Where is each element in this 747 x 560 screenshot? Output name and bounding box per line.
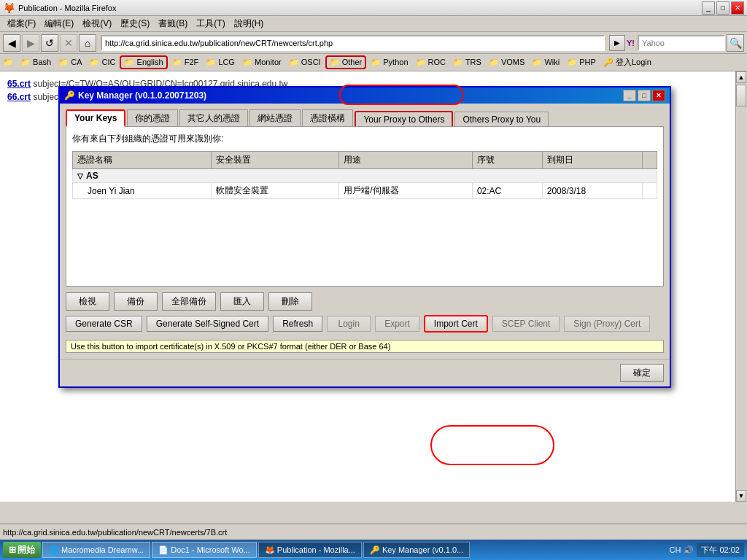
- browser-content: 65.crt subject=/C=TW/O=AS/OU=GRID/CN=lcg…: [0, 71, 747, 502]
- cert-device: 軟體安全裝置: [211, 183, 339, 199]
- bookmark-trs[interactable]: 📁 TRS: [450, 56, 484, 69]
- import-cert-tooltip: Use this button to import certificate(s)…: [66, 340, 664, 353]
- collapse-icon[interactable]: ▽: [77, 172, 83, 180]
- maximize-button[interactable]: □: [716, 1, 729, 15]
- minimize-button[interactable]: _: [702, 1, 715, 15]
- backup-button[interactable]: 備份: [114, 292, 158, 311]
- bottom-buttons: 檢視 備份 全部備份 匯入 刪除 Generate CSR Generate S…: [66, 292, 664, 353]
- bookmark-lcg[interactable]: 📁 LCG: [203, 56, 238, 69]
- col-expiry: 到期日: [542, 152, 642, 169]
- taskbar: ⊞ 開始 🌐 Macromedia Dreamw... 📄 Doc1 - Mic…: [0, 540, 747, 560]
- tab-content: 你有來自下列組織的憑證可用來識別你: 憑證名稱 安全裝置 用途 序號 到期日: [66, 126, 664, 287]
- tab-your-keys[interactable]: Your Keys: [66, 109, 125, 127]
- bookmark-ca[interactable]: 📁 CA: [55, 56, 85, 69]
- menu-bookmarks[interactable]: 書籤(B): [154, 16, 192, 31]
- clock: 下午 02:02: [697, 543, 744, 557]
- word-icon: 📄: [158, 545, 169, 555]
- sign-proxy-cert-button[interactable]: Sign (Proxy) Cert: [564, 316, 650, 332]
- tab-your-proxy-to-others[interactable]: Your Proxy to Others: [355, 111, 453, 127]
- bookmark-voms[interactable]: 📁 VOMS: [486, 56, 527, 69]
- bookmark-login[interactable]: 🔑 登入Login: [600, 55, 654, 69]
- home-button[interactable]: ⌂: [79, 34, 96, 52]
- cert-expiry: 2008/3/18: [542, 183, 642, 199]
- menu-help[interactable]: 說明(H): [230, 16, 268, 31]
- refresh-button[interactable]: ↺: [41, 34, 58, 52]
- bookmark-python[interactable]: 📁 Python: [368, 56, 411, 69]
- menu-history[interactable]: 歷史(S): [116, 16, 154, 31]
- dialog-close-button[interactable]: ✕: [652, 90, 665, 101]
- menu-edit[interactable]: 編輯(E): [40, 16, 78, 31]
- ok-button[interactable]: 確定: [620, 364, 664, 382]
- generate-csr-button[interactable]: Generate CSR: [66, 316, 142, 332]
- taskbar-keymanager[interactable]: 🔑 Key Manager (v0.1.0...: [363, 542, 470, 558]
- browser-title: Publication - Mozilla Firefox: [18, 4, 702, 12]
- address-bar[interactable]: [101, 35, 605, 51]
- login-button[interactable]: Login: [327, 316, 371, 332]
- bookmark-php[interactable]: 📁 PHP: [564, 56, 599, 69]
- cert-link-65[interactable]: 65.crt: [7, 79, 31, 89]
- taskbar-dreamweaver[interactable]: 🌐 Macromedia Dreamw...: [42, 542, 150, 558]
- tab-description: 你有來自下列組織的憑證可用來識別你:: [72, 133, 657, 145]
- delete-button[interactable]: 刪除: [268, 292, 312, 311]
- dialog-title: Key Manager (v0.1.0.20071203): [78, 90, 623, 101]
- key-manager-dialog: 🔑 Key Manager (v0.1.0.20071203) _ □ ✕ Yo…: [58, 86, 671, 388]
- bookmark-cic[interactable]: 📁 CIC: [86, 56, 118, 69]
- col-name: 憑證名稱: [73, 152, 212, 169]
- dialog-maximize-button[interactable]: □: [638, 90, 651, 101]
- bookmark-wiki[interactable]: 📁 Wiki: [529, 56, 562, 69]
- import-cert-highlight-circle: [430, 425, 554, 465]
- forward-button[interactable]: ▶: [22, 34, 39, 52]
- import-button[interactable]: 匯入: [220, 292, 264, 311]
- menu-view[interactable]: 檢視(V): [78, 16, 116, 31]
- close-button[interactable]: ✕: [731, 1, 744, 15]
- back-button[interactable]: ◀: [3, 34, 20, 52]
- browser-icon: 🦊: [3, 2, 15, 14]
- km-icon: 🔑: [370, 545, 380, 555]
- go-button[interactable]: ▶: [609, 35, 625, 51]
- stop-button[interactable]: ✕: [60, 34, 77, 52]
- taskbar-firefox[interactable]: 🦊 Publication - Mozilla...: [258, 542, 362, 558]
- menu-file[interactable]: 檔案(F): [3, 16, 40, 31]
- search-button[interactable]: 🔍: [727, 34, 744, 52]
- dialog-icon: 🔑: [64, 90, 75, 101]
- dialog-ok-row: 確定: [60, 359, 670, 386]
- systray: CH 🔊: [670, 545, 694, 555]
- bookmark-roc[interactable]: 📁 ROC: [413, 56, 449, 69]
- titlebar-buttons: _ □ ✕: [702, 1, 744, 15]
- start-button[interactable]: ⊞ 開始: [3, 542, 41, 558]
- bookmark-monitor[interactable]: 📁 Monitor: [239, 56, 285, 69]
- bookmark-english[interactable]: 📁 English: [120, 55, 167, 69]
- tab-others-proxy-to-you[interactable]: Others Proxy to You: [454, 112, 549, 127]
- bookmark-other[interactable]: 📁 Other: [325, 55, 367, 69]
- cert-link-66[interactable]: 66.crt: [7, 92, 31, 102]
- refresh-button[interactable]: Refresh: [273, 316, 322, 332]
- cert-group-as: ▽AS: [73, 169, 657, 183]
- bookmark-f2f[interactable]: 📁 F2F: [169, 56, 202, 69]
- tab-your-certs[interactable]: 你的憑證: [127, 109, 178, 127]
- search-input[interactable]: [638, 35, 725, 51]
- generate-self-signed-button[interactable]: Generate Self-Signed Cert: [147, 316, 268, 332]
- scrollbar[interactable]: ▲ ▼: [735, 71, 747, 502]
- taskbar-word[interactable]: 📄 Doc1 - Microsoft Wo...: [152, 542, 257, 558]
- tab-website-certs[interactable]: 網站憑證: [249, 109, 301, 127]
- backup-all-button[interactable]: 全部備份: [162, 292, 216, 311]
- dialog-minimize-button[interactable]: _: [623, 90, 636, 101]
- cert-serial: 02:AC: [472, 183, 542, 199]
- tab-others-certs[interactable]: 其它人的憑證: [179, 109, 248, 127]
- bookmark-bash[interactable]: 📁 Bash: [18, 56, 54, 69]
- export-button[interactable]: Export: [375, 316, 419, 332]
- cert-action: [643, 183, 657, 199]
- windows-logo: ⊞: [9, 545, 16, 555]
- statusbar-text: http://ca.grid.sinica.edu.tw/publication…: [3, 528, 227, 537]
- bookmarks-toolbar-label: 📁: [3, 58, 13, 67]
- menu-tools[interactable]: 工具(T): [192, 16, 229, 31]
- table-row[interactable]: Joen Yi Jian 軟體安全裝置 用戶端/伺服器 02:AC 2008/3…: [73, 183, 657, 199]
- view-button[interactable]: 檢視: [66, 292, 109, 311]
- scep-client-button[interactable]: SCEP Client: [492, 316, 560, 332]
- dialog-controls: _ □ ✕: [623, 90, 665, 101]
- cert-group-label: ▽AS: [73, 169, 657, 183]
- import-cert-button[interactable]: Import Cert: [424, 315, 488, 332]
- network-icon: 🔊: [684, 545, 694, 555]
- tab-cert-hierarchy[interactable]: 憑證橫構: [302, 109, 353, 127]
- bookmark-osci[interactable]: 📁 OSCI: [286, 56, 324, 69]
